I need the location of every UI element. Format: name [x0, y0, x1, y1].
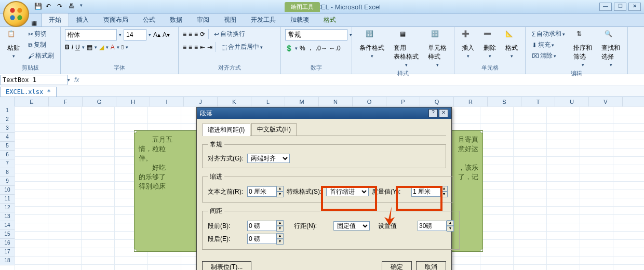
spin-up-icon[interactable]: ▲: [276, 233, 284, 239]
inc-decimal-icon[interactable]: .0→: [316, 45, 327, 52]
indent-inc-icon[interactable]: ⇥: [207, 44, 212, 51]
number-format-select[interactable]: [285, 29, 347, 40]
row-header[interactable]: 9: [0, 177, 15, 186]
column-header[interactable]: M: [285, 97, 319, 106]
column-header[interactable]: G: [83, 97, 116, 106]
resize-handle[interactable]: [480, 130, 483, 133]
tab-layout[interactable]: 页面布局: [96, 14, 136, 26]
column-header[interactable]: N: [319, 97, 353, 106]
row-header[interactable]: 15: [0, 230, 15, 239]
row-header[interactable]: 4: [0, 133, 15, 142]
column-header[interactable]: U: [555, 97, 589, 106]
fill-color-icon[interactable]: ◢: [99, 44, 104, 51]
spin-down-icon[interactable]: ▼: [276, 239, 284, 245]
name-box[interactable]: [0, 75, 68, 85]
increase-font-icon[interactable]: A▴: [153, 31, 160, 38]
decrease-font-icon[interactable]: A▾: [163, 31, 170, 38]
column-header[interactable]: E: [15, 97, 49, 106]
dialog-help-button[interactable]: ?: [428, 109, 438, 117]
tab-data[interactable]: 数据: [163, 14, 190, 26]
wrap-button[interactable]: ↩自动换行: [212, 29, 247, 39]
column-header[interactable]: R: [454, 97, 488, 106]
special-select[interactable]: 首行缩进: [326, 187, 369, 196]
column-header[interactable]: S: [488, 97, 521, 106]
align-middle-icon[interactable]: ≡: [189, 31, 192, 38]
tab-addins[interactable]: 加载项: [283, 14, 316, 26]
row-header[interactable]: 10: [0, 186, 15, 195]
insert-cells-button[interactable]: ➕插入▾: [459, 29, 477, 60]
row-header[interactable]: 14: [0, 221, 15, 230]
column-header[interactable]: F: [49, 97, 83, 106]
sort-button[interactable]: ⇅排序和 筛选▾: [570, 29, 595, 69]
row-header[interactable]: 3: [0, 124, 15, 133]
resize-handle[interactable]: [134, 130, 137, 133]
delete-cells-button[interactable]: ➖删除▾: [480, 29, 499, 60]
set-value-input[interactable]: [418, 221, 447, 231]
cell-style-button[interactable]: 🔠单元格 样式▾: [425, 29, 450, 69]
spin-down-icon[interactable]: ▼: [440, 192, 448, 197]
clear-button[interactable]: ⌧清除▾: [530, 51, 567, 61]
spin-down-icon[interactable]: ▼: [276, 192, 284, 197]
row-header[interactable]: 6: [0, 151, 15, 159]
phonetic-icon[interactable]: 𡦂: [122, 44, 124, 51]
table-format-button[interactable]: ▦套用 表格格式▾: [391, 29, 422, 69]
find-button[interactable]: 🔍查找和 选择▾: [598, 29, 623, 69]
print-icon[interactable]: 🖶: [69, 3, 77, 11]
percent-icon[interactable]: %: [300, 45, 305, 52]
column-header[interactable]: Q: [420, 97, 454, 106]
tab-format[interactable]: 格式: [316, 14, 343, 26]
office-button[interactable]: [3, 1, 29, 27]
column-header[interactable]: T: [521, 97, 555, 106]
save-icon[interactable]: 💾: [34, 3, 43, 11]
tab-indent-spacing[interactable]: 缩进和间距(I): [202, 124, 250, 136]
paste-button[interactable]: 📋 粘贴 ▾: [4, 29, 23, 60]
row-header[interactable]: 7: [0, 159, 15, 168]
row-header[interactable]: 5: [0, 142, 15, 151]
before-para-input[interactable]: [247, 221, 276, 231]
row-header[interactable]: 1: [0, 106, 15, 115]
maximize-button[interactable]: ☐: [614, 3, 626, 11]
copy-button[interactable]: ⧉复制: [26, 40, 56, 50]
row-header[interactable]: 12: [0, 204, 15, 212]
column-header[interactable]: H: [116, 97, 150, 106]
underline-button[interactable]: U: [75, 44, 80, 51]
column-header[interactable]: I: [150, 97, 184, 106]
select-all-corner[interactable]: [0, 97, 15, 106]
tab-view[interactable]: 视图: [217, 14, 244, 26]
chevron-down-icon[interactable]: ▾: [119, 32, 122, 37]
dec-decimal-icon[interactable]: ←.0: [329, 45, 341, 52]
tab-chinese-layout[interactable]: 中文版式(H): [251, 123, 297, 136]
row-header[interactable]: 17: [0, 248, 15, 256]
after-para-input[interactable]: [247, 234, 276, 244]
tab-formula[interactable]: 公式: [136, 14, 163, 26]
currency-icon[interactable]: 💲: [285, 45, 293, 52]
minimize-button[interactable]: —: [599, 3, 612, 11]
spin-up-icon[interactable]: ▲: [447, 220, 454, 226]
indent-dec-icon[interactable]: ⇤: [200, 44, 205, 51]
undo-icon[interactable]: ↶: [46, 3, 54, 11]
cancel-button[interactable]: 取消: [416, 261, 446, 270]
font-name-select[interactable]: [65, 29, 117, 40]
cond-format-button[interactable]: 🔢条件格式▾: [356, 29, 387, 60]
spin-down-icon[interactable]: ▼: [276, 226, 284, 232]
align-right-icon[interactable]: ≡: [194, 44, 198, 51]
bold-button[interactable]: B: [65, 44, 70, 51]
row-header[interactable]: 18: [0, 256, 15, 265]
resize-handle[interactable]: [480, 249, 483, 252]
resize-handle[interactable]: [134, 249, 137, 252]
merge-button[interactable]: ⬚合并后居中▾: [219, 42, 265, 52]
border-icon[interactable]: ▦: [87, 44, 92, 51]
ok-button[interactable]: 确定: [382, 261, 412, 270]
row-header[interactable]: 2: [0, 115, 15, 124]
font-color-icon[interactable]: A: [111, 44, 115, 51]
row-header[interactable]: 11: [0, 195, 15, 204]
sum-button[interactable]: Σ自动求和▾: [530, 29, 567, 39]
workbook-tab[interactable]: EXCEL.xlsx *: [0, 87, 57, 97]
column-header[interactable]: K: [218, 97, 251, 106]
align-left-icon[interactable]: ≡: [183, 44, 186, 51]
orientation-icon[interactable]: ⟳: [200, 31, 205, 38]
tabs-button[interactable]: 制表位(T)...: [202, 261, 251, 270]
spin-up-icon[interactable]: ▲: [276, 186, 284, 192]
ribbon-file-icon[interactable]: ▦: [31, 19, 37, 26]
fill-button[interactable]: ⬇填充▾: [530, 40, 567, 50]
